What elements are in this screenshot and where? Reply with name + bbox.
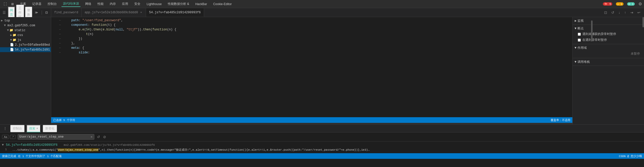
paused-text: 未暂停 xyxy=(575,51,642,57)
panel-icon-btn[interactable]: ⊡ xyxy=(44,10,49,15)
debugger-panel: ▶ 监视 ▶ 断点 遇到未捕获的异常时暂停 在遇到异常时暂停 ▶ 作用域 xyxy=(572,17,644,124)
tab-webpage[interactable]: 网页 xyxy=(8,7,15,18)
collapse-btn[interactable]: ☰ xyxy=(2,10,7,15)
console-btn[interactable]: 控制台 xyxy=(46,1,58,7)
tab-changes[interactable]: 新变化 xyxy=(43,125,57,132)
status-bar: 搜索已完成 在 1 个文件中找到了 1 个匹配项 CSDN @ 您少少哦 xyxy=(0,153,644,159)
code-area: – path: "/user/find_password", – compone… xyxy=(51,17,572,124)
result-highlight: User/ajax_reset_step_one xyxy=(58,148,98,151)
perf-analysis-btn[interactable]: 性能数据分析 & xyxy=(166,1,191,7)
result-filename: 54.js?v=fab485c2d914200993f6 xyxy=(6,143,58,147)
step-up-btn[interactable]: ↑ xyxy=(623,10,628,15)
settings-btn[interactable]: ⚙ xyxy=(638,2,642,6)
watch-section: ▶ 监视 xyxy=(573,17,644,25)
callstack-arrow: ▶ xyxy=(574,61,578,63)
top-toolbar: ⛶ ⊞ 元素 记录器 控制台 源代码/来源 网络 性能 内存 应用 安全 Lig… xyxy=(0,0,644,8)
tab-bar-left: ☰ 网页 工作区 替换 ≫ ⊡ xyxy=(0,8,51,17)
result-linenum: 1 xyxy=(5,148,10,152)
callstack-title[interactable]: ▶ 调用堆栈 xyxy=(575,59,642,65)
tab-label: 54.js?v=fab485c2d914200993f6 xyxy=(149,11,201,14)
selection-text: 已选择 5 个字符 xyxy=(53,118,75,122)
code-status-bar: 已选择 5 个字符 覆盖率：不适用 xyxy=(51,117,572,123)
code-line-4: – t(n) xyxy=(51,32,572,37)
network-btn[interactable]: 网络 xyxy=(84,1,93,7)
info-badge: ⊡ 1 xyxy=(627,2,635,6)
tree-item-top[interactable]: ▶ top xyxy=(0,18,51,23)
tab-label: app.js?v=1e52e1db3bb689c6ddd0 xyxy=(85,11,138,14)
step-over-btn[interactable]: ⇥ xyxy=(629,10,635,15)
result-file-header[interactable]: ▶ 54.js?v=fab485c2d914200993f6 mx2.gabf2… xyxy=(0,142,644,147)
search-clear-btn[interactable]: × xyxy=(91,135,93,139)
search-tab-close[interactable]: × xyxy=(36,127,38,130)
result-row-1[interactable]: 1 ...tchaKey);a.a.commonApi("User/ajax_r… xyxy=(0,147,644,152)
more-btn[interactable]: ≫ xyxy=(33,10,40,15)
dock-btn[interactable]: ⛶ xyxy=(2,2,8,6)
tab-find-password[interactable]: find_password xyxy=(51,8,82,17)
case-sensitive-btn[interactable]: Aa xyxy=(2,135,9,139)
scope-arrow: ▶ xyxy=(574,47,578,49)
tree-item-css[interactable]: ▶ 📁 css xyxy=(0,33,51,38)
breakpoint-uncaught: 遇到未捕获的异常时暂停 xyxy=(575,31,642,37)
code-content: – path: "/user/find_password", – compone… xyxy=(51,17,572,56)
tree-item-domain[interactable]: ▶ mx2.gabf265.com xyxy=(0,23,51,28)
tree-item-js[interactable]: ▶ 📁 js xyxy=(0,38,51,42)
search-refresh-btn[interactable]: ↺ xyxy=(96,134,101,139)
arrow-top: ▶ xyxy=(1,19,3,22)
tab-replace[interactable]: 替换 xyxy=(25,7,32,18)
tab-54js[interactable]: 54.js?v=fab485c2d914200993f6 xyxy=(146,8,204,17)
search-options: Aa .* xyxy=(2,135,16,139)
arrow-css: ▶ xyxy=(10,33,12,37)
search-input[interactable] xyxy=(19,135,90,139)
regex-btn[interactable]: .* xyxy=(10,135,15,139)
breakpoint-exception: 在遇到异常时暂停 xyxy=(575,37,642,43)
tree-item-static[interactable]: ▶ 📁 static xyxy=(0,28,51,33)
arrow-js: ▶ xyxy=(9,39,13,41)
tree-item-54js[interactable]: 📄 54.js?v=fab485c2d91 xyxy=(0,47,51,52)
memory-btn[interactable]: 内存 xyxy=(108,1,117,7)
tab-bar: ☰ 网页 工作区 替换 ≫ ⊡ find_password app.js?v=1… xyxy=(0,8,644,17)
exception-checkbox[interactable] xyxy=(578,39,581,42)
scope-title[interactable]: ▶ 作用域 xyxy=(575,45,642,51)
step-down-btn[interactable]: ↓ xyxy=(617,10,622,15)
bottom-tab-bar: ⋮ 控制台 搜索 × 新变化 xyxy=(0,124,644,133)
tab-close-appjs[interactable]: × xyxy=(139,11,143,14)
uncaught-checkbox[interactable] xyxy=(578,33,581,36)
result-arrow: ▶ xyxy=(1,144,5,146)
step-back-btn[interactable]: ↩ xyxy=(636,10,642,15)
performance-btn[interactable]: 性能 xyxy=(96,1,105,7)
security-btn[interactable]: 安全 xyxy=(133,1,142,7)
tab-search[interactable]: 搜索 × xyxy=(27,125,41,132)
cookie-editor-btn[interactable]: Cookie-Editor xyxy=(212,2,233,6)
inspect-btn[interactable]: ⊞ xyxy=(10,2,15,6)
tab-console[interactable]: 控制台 xyxy=(10,125,25,132)
sources-btn[interactable]: 源代码/来源 xyxy=(61,1,81,7)
tab-appjs[interactable]: app.js?v=1e52e1db3bb689c6ddd0 × xyxy=(82,8,146,17)
search-cancel-btn[interactable]: ⊘ xyxy=(103,134,107,139)
status-right: CSDN @ 您少少哦 xyxy=(619,154,642,158)
bottom-menu-btn[interactable]: ⋮ xyxy=(2,126,8,131)
warn-badge: ⚠ 1 xyxy=(616,2,624,6)
tree-item-2js[interactable]: 📄 2.js?v=59fa0ee689ed xyxy=(0,42,51,47)
reload-btn[interactable]: ↺ xyxy=(610,10,616,15)
result-filepath: mx2.gabf265.com/static/js/54.js?v=fab485… xyxy=(64,144,155,147)
breakpoints-arrow: ▶ xyxy=(574,28,578,29)
lighthouse-btn[interactable]: Lighthouse xyxy=(145,2,163,6)
status-left: 搜索已完成 在 1 个文件中找到了 1 个匹配项 xyxy=(2,154,62,158)
code-panel[interactable]: – path: "/user/find_password", – compone… xyxy=(51,17,572,117)
recorder-btn[interactable]: 记录器 xyxy=(31,1,43,7)
breakpoints-section: ▶ 断点 遇到未捕获的异常时暂停 在遇到异常时暂停 xyxy=(573,25,644,44)
watch-arrow: ▶ xyxy=(575,19,576,23)
scope-section: ▶ 作用域 未暂停 xyxy=(573,44,644,58)
code-line-8: – slide: xyxy=(51,50,572,55)
split-view-btn[interactable]: ⊡ xyxy=(603,10,609,15)
code-line-6: – }, xyxy=(51,41,572,46)
application-btn[interactable]: 应用 xyxy=(120,1,130,7)
code-line-1: – path: "/user/find_password", xyxy=(51,18,572,23)
watch-title[interactable]: ▶ 监视 xyxy=(575,18,642,23)
hackbar-btn[interactable]: HackBar xyxy=(194,2,208,6)
breakpoints-title[interactable]: ▶ 断点 xyxy=(575,26,642,31)
h-scrollbar[interactable] xyxy=(51,123,572,124)
file-tree[interactable]: ▶ top ▶ mx2.gabf265.com ▶ 📁 static ▶ 📁 c… xyxy=(0,17,51,124)
tab-label: find_password xyxy=(54,11,78,14)
error-badge: ⛔ 5 xyxy=(603,2,612,6)
